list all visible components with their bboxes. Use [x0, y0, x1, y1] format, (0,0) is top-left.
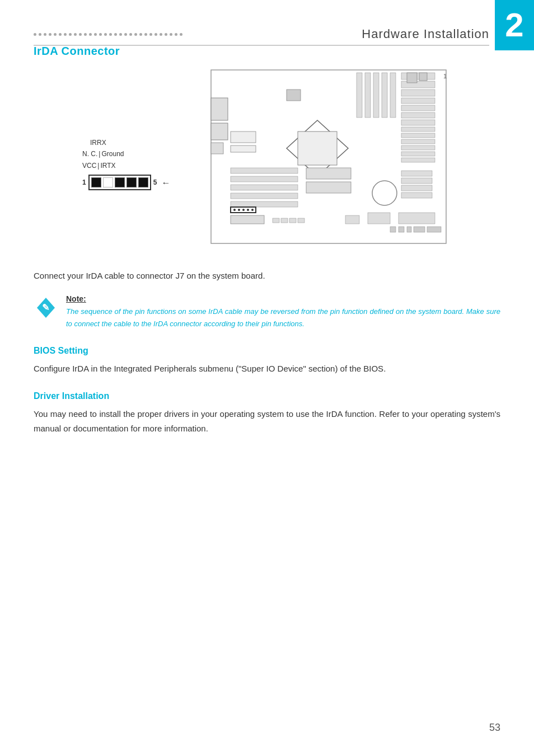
pin-gap — [103, 177, 113, 187]
svg-rect-46 — [399, 213, 435, 224]
motherboard-diagram: 1 — [200, 64, 457, 255]
svg-rect-29 — [211, 143, 223, 154]
connector-pins-row: 1 5 ← — [82, 175, 170, 190]
header-dot — [64, 33, 67, 36]
ground-label: Ground — [101, 148, 124, 159]
bios-setting-title: BIOS Setting — [34, 346, 500, 356]
header-dots — [34, 33, 356, 36]
pin1-label: 1 — [82, 177, 86, 188]
svg-rect-35 — [231, 193, 298, 199]
header-dot — [180, 33, 182, 36]
header-dot — [165, 33, 167, 36]
svg-point-51 — [238, 209, 240, 211]
svg-rect-18 — [401, 185, 432, 191]
svg-rect-39 — [231, 215, 264, 224]
header-dot — [160, 33, 162, 36]
bios-setting-text: Configure IrDA in the Integrated Periphe… — [34, 361, 500, 376]
svg-rect-11 — [401, 133, 435, 138]
svg-point-53 — [247, 209, 249, 211]
svg-rect-2 — [298, 132, 337, 165]
svg-rect-28 — [211, 123, 228, 140]
chapter-number: 2 — [505, 8, 523, 42]
vcc-label: VCC — [82, 160, 96, 171]
svg-rect-22 — [357, 73, 362, 118]
svg-text:✎: ✎ — [42, 303, 49, 312]
pin-5 — [138, 177, 148, 187]
section-title: IrDA Connector — [34, 45, 120, 58]
svg-rect-33 — [231, 176, 298, 182]
svg-rect-24 — [373, 73, 379, 118]
header-dot — [84, 33, 87, 36]
header-dot — [170, 33, 172, 36]
header-dot — [34, 33, 36, 36]
arrow-indicator: ← — [161, 175, 170, 190]
svg-rect-59 — [427, 227, 441, 232]
svg-rect-25 — [382, 73, 387, 118]
note-body: The sequence of the pin functions on som… — [66, 306, 500, 330]
svg-rect-34 — [231, 185, 298, 190]
irtx-label: IRTX — [100, 160, 115, 171]
note-icon: ✎ — [34, 295, 58, 320]
vcc-irtx-row: VCC | IRTX — [82, 160, 170, 171]
header-dot — [69, 33, 72, 36]
svg-rect-30 — [231, 132, 256, 143]
svg-rect-42 — [289, 218, 296, 223]
header-dot — [104, 33, 107, 36]
note-content: Note: The sequence of the pin functions … — [66, 294, 500, 330]
header-dot — [139, 33, 142, 36]
header-dot — [74, 33, 77, 36]
header-dot — [54, 33, 57, 36]
chapter-tab: 2 — [495, 0, 534, 50]
header-dot — [94, 33, 97, 36]
header-dot — [134, 33, 137, 36]
header-dot — [59, 33, 62, 36]
svg-rect-12 — [401, 139, 435, 144]
nc-label: N. C. — [82, 148, 97, 159]
pin-4 — [127, 177, 137, 187]
header-dot — [49, 33, 51, 36]
period: | — [99, 148, 100, 159]
svg-point-54 — [251, 209, 254, 211]
header-dot — [149, 33, 152, 36]
svg-rect-13 — [401, 145, 435, 150]
svg-rect-48 — [287, 90, 301, 101]
header-dot — [129, 33, 132, 36]
header-dot — [154, 33, 157, 36]
connector-labels: IRRX N. C. | Ground VCC | IRTX 1 — [82, 137, 170, 190]
header-dot — [39, 33, 41, 36]
svg-rect-7 — [401, 105, 435, 111]
header-dot — [124, 33, 127, 36]
pin-3 — [115, 177, 125, 187]
page-title: Hardware Installation — [362, 27, 489, 41]
nc-ground-row: N. C. | Ground — [82, 148, 170, 159]
header-dot — [44, 33, 46, 36]
driver-installation-title: Driver Installation — [34, 391, 500, 401]
note-container: ✎ Note: The sequence of the pin function… — [34, 294, 500, 330]
svg-rect-10 — [401, 127, 435, 132]
svg-point-52 — [242, 209, 245, 211]
svg-rect-32 — [231, 168, 298, 173]
svg-rect-57 — [407, 227, 411, 232]
svg-point-50 — [233, 209, 236, 211]
bios-section: BIOS Setting Configure IrDA in the Integ… — [34, 346, 500, 376]
driver-section: Driver Installation You may need to inst… — [34, 391, 500, 435]
pin-block — [88, 175, 151, 190]
svg-rect-36 — [231, 201, 298, 207]
header-dot — [109, 33, 112, 36]
svg-rect-45 — [368, 213, 390, 224]
svg-rect-16 — [401, 171, 432, 176]
svg-rect-4 — [401, 81, 435, 88]
svg-rect-55 — [390, 227, 396, 232]
svg-rect-38 — [306, 182, 351, 193]
svg-rect-23 — [365, 73, 371, 118]
svg-point-47 — [372, 181, 397, 205]
page-number: 53 — [489, 722, 500, 734]
svg-rect-37 — [306, 168, 351, 179]
svg-rect-44 — [345, 215, 359, 224]
content-area: Connect your IrDA cable to connector J7 … — [34, 269, 500, 451]
irrx-label: IRRX — [90, 137, 170, 148]
svg-rect-26 — [390, 73, 396, 118]
header-dot — [79, 33, 82, 36]
svg-rect-40 — [273, 218, 279, 223]
svg-text:1: 1 — [443, 73, 447, 79]
